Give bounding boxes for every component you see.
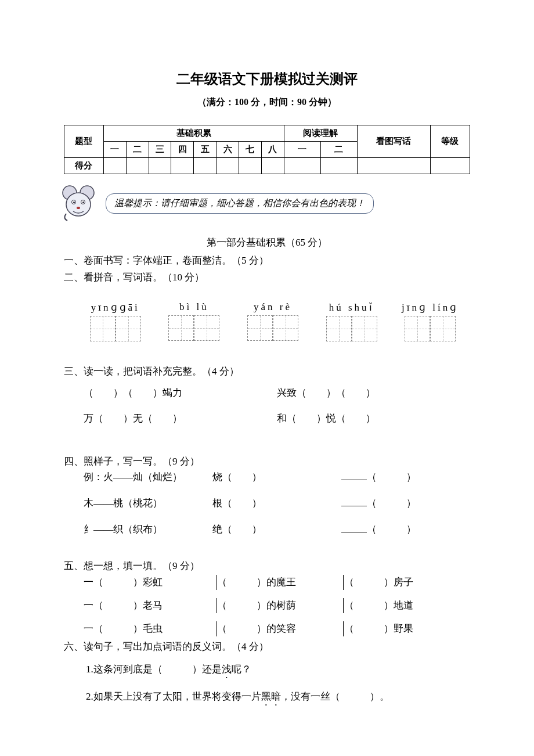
char-box[interactable] [405,316,430,341]
header-type: 题型 [64,125,104,158]
header-grade: 等级 [430,125,470,158]
exam-page: 二年级语文下册模拟过关测评 （满分：100 分，时间：90 分钟） 题型 基础积… [0,0,534,746]
table-row: 得分 [64,158,470,174]
q3-r1a: （ ）（ ）竭力 [84,380,277,406]
score-cell[interactable] [430,158,470,174]
q6-line1: 1.这条河到底是（ ）还是浅呢？ [86,656,470,683]
char-box[interactable] [90,316,116,341]
q2-title: 二、看拼音，写词语。（10 分） [64,269,470,286]
q3-section: 三、读一读，把词语补充完整。（4 分） （ ）（ ）竭力 兴致（ ）（ ） 万（… [64,363,470,431]
char-box[interactable] [194,315,219,341]
col-r2: 二 [320,142,357,158]
col-r1: 一 [284,142,320,158]
pinyin-item: hú shuǐ [317,301,386,341]
q4-row: 纟——织（织布） 绝（ ） （ ） [84,523,470,536]
q4-c-text: （ ） [367,524,416,535]
q3-title: 三、读一读，把词语补充完整。（4 分） [64,363,470,380]
blank-line[interactable] [341,523,367,532]
q6-s1-post: 呢？ [232,664,251,675]
score-table: 题型 基础积累 阅读理解 看图写话 等级 一 二 三 四 五 六 七 八 一 二… [64,125,470,174]
q6-line2: 2.如果天上没有了太阳，世界将变得一片黑暗，没有一丝（ ）。 [86,683,470,711]
pinyin-item: yīnɡɡāi [81,301,150,341]
tip-bubble: 温馨提示：请仔细审题，细心答题，相信你会有出色的表现！ [106,193,374,214]
char-box[interactable] [273,315,298,341]
col-6: 六 [217,142,239,158]
q5-cell: 一（ ）彩虹 [84,575,216,589]
char-box[interactable] [352,316,377,341]
q5-title: 五、想一想，填一填。（9 分） [64,558,470,575]
answer-boxes[interactable] [317,316,386,341]
pinyin-text: bì lù [160,301,229,313]
tip-row: 温馨提示：请仔细审题，细心答题，相信你会有出色的表现！ [59,185,470,222]
col-5: 五 [194,142,217,158]
col-7: 七 [239,142,261,158]
pinyin-item: bì lù [160,301,229,341]
score-cell[interactable] [149,158,171,174]
q4-body: 例：火——灿（灿烂） 烧（ ） （ ） 木——桃（桃花） 根（ ） （ ） 纟—… [84,470,470,536]
q6-s2-dot: 黑暗 [261,691,281,702]
q4-c: （ ） [341,523,470,536]
page-subtitle: （满分：100 分，时间：90 分钟） [64,96,470,109]
char-box[interactable] [168,315,194,341]
q4-a: 木——桃（桃花） [84,496,212,510]
q4-c-text: （ ） [367,498,416,509]
q3-r2b: 和（ ）悦（ ） [277,406,470,431]
q5-cell: （ ）野果 [344,622,470,635]
q5-cell: （ ）的魔王 [217,575,343,589]
score-cell[interactable] [103,158,126,174]
q4-c: （ ） [341,470,470,484]
q1-title: 一、卷面书写：字体端正，卷面整洁。（5 分） [64,253,470,269]
char-box[interactable] [430,316,456,341]
score-cell[interactable] [239,158,261,174]
pinyin-item: jīnɡ línɡ [396,301,464,341]
blank-line[interactable] [341,470,367,480]
q4-title: 四、照样子，写一写。（9 分） [64,453,470,470]
mouse-icon [59,185,100,222]
q4-row: 木——桃（桃花） 根（ ） （ ） [84,496,470,510]
answer-boxes[interactable] [160,315,229,341]
svg-point-4 [73,201,75,203]
char-box[interactable] [326,316,352,341]
svg-point-7 [77,207,80,209]
page-title: 二年级语文下册模拟过关测评 [64,70,470,88]
q6-s2-pre: 2.如果天上没有了太阳，世界将变得一片 [86,691,261,702]
q4-a: 纟——织（织布） [84,523,212,536]
q6-s2-post: ，没有一丝（ ）。 [281,691,389,702]
score-cell[interactable] [357,158,430,174]
q6-body: 1.这条河到底是（ ）还是浅呢？ 2.如果天上没有了太阳，世界将变得一片黑暗，没… [86,656,470,711]
q5-cell: 一（ ）毛虫 [84,622,216,635]
score-cell[interactable] [217,158,239,174]
char-box[interactable] [116,316,141,341]
q3-r2a: 万（ ）无（ ） [84,406,277,431]
q5-cell: （ ）地道 [344,599,470,612]
header-reading: 阅读理解 [284,125,357,142]
char-box[interactable] [247,315,273,341]
q4-b: 根（ ） [212,496,341,510]
q4-b: 绝（ ） [212,523,341,536]
score-cell[interactable] [126,158,149,174]
pinyin-row: yīnɡɡāi bì lù yán rè hú shuǐ [81,301,464,341]
blank-line[interactable] [341,496,367,506]
q5-cell: （ ）的树荫 [217,599,343,612]
score-cell[interactable] [261,158,284,174]
svg-point-6 [82,201,84,203]
score-cell[interactable] [171,158,194,174]
q3-body: （ ）（ ）竭力 兴致（ ）（ ） 万（ ）无（ ） 和（ ）悦（ ） [84,380,470,431]
header-writing: 看图写话 [357,125,430,158]
col-4: 四 [171,142,194,158]
col-1: 一 [103,142,126,158]
q6-s1-dot: 浅 [222,664,232,675]
score-cell[interactable] [194,158,217,174]
score-cell[interactable] [320,158,357,174]
q5-cell: 一（ ）老马 [84,599,216,612]
answer-boxes[interactable] [396,316,464,341]
q4-section: 四、照样子，写一写。（9 分） 例：火——灿（灿烂） 烧（ ） （ ） 木——桃… [64,453,470,536]
header-basics: 基础积累 [103,125,284,142]
table-row: 题型 基础积累 阅读理解 看图写话 等级 [64,125,470,142]
answer-boxes[interactable] [81,316,150,341]
q4-c-text: （ ） [367,471,416,483]
answer-boxes[interactable] [239,315,307,341]
q4-b: 烧（ ） [212,470,341,484]
q4-row: 例：火——灿（灿烂） 烧（ ） （ ） [84,470,470,484]
score-cell[interactable] [284,158,320,174]
